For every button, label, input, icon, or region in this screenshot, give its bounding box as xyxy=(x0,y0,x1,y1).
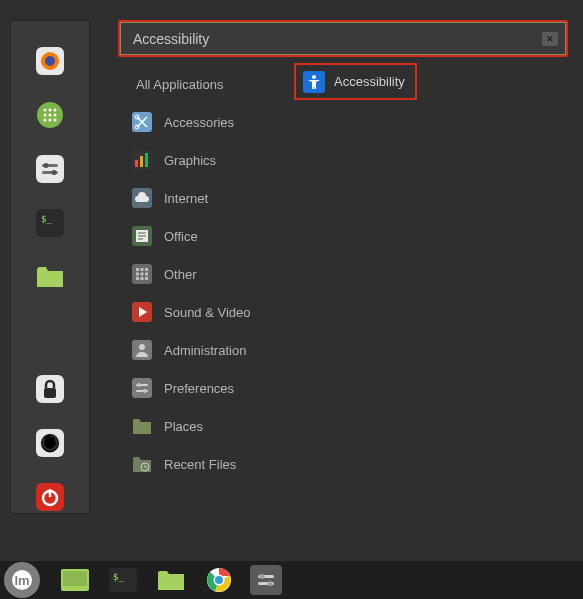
category-places[interactable]: Places xyxy=(118,407,568,445)
svg-point-7 xyxy=(44,114,47,117)
search-input[interactable] xyxy=(120,22,566,55)
svg-point-2 xyxy=(45,56,55,66)
admin-icon xyxy=(132,340,152,360)
accessibility-icon xyxy=(303,71,325,93)
svg-rect-42 xyxy=(141,268,144,271)
category-label: Administration xyxy=(164,343,246,358)
category-label: Accessories xyxy=(164,115,234,130)
category-recent[interactable]: Recent Files xyxy=(118,445,568,483)
scissors-icon xyxy=(132,112,152,132)
category-label: Internet xyxy=(164,191,208,206)
category-internet[interactable]: Internet xyxy=(118,179,568,217)
category-accessories[interactable]: Accessories xyxy=(118,103,568,141)
terminal-launcher[interactable]: $_ xyxy=(34,207,66,239)
svg-point-16 xyxy=(44,163,49,168)
svg-point-5 xyxy=(49,109,52,112)
svg-text:lm: lm xyxy=(14,573,29,588)
svg-point-68 xyxy=(215,576,223,584)
svg-rect-47 xyxy=(136,277,139,280)
category-label: Recent Files xyxy=(164,457,236,472)
svg-text:$_: $_ xyxy=(41,214,52,224)
svg-point-6 xyxy=(54,109,57,112)
category-preferences[interactable]: Preferences xyxy=(118,369,568,407)
clear-search-icon[interactable]: ✕ xyxy=(542,32,558,46)
svg-point-11 xyxy=(49,119,52,122)
svg-point-4 xyxy=(44,109,47,112)
category-sound-video[interactable]: Sound & Video xyxy=(118,293,568,331)
svg-rect-45 xyxy=(141,273,144,276)
power-button[interactable] xyxy=(34,481,66,513)
svg-point-71 xyxy=(260,574,265,579)
svg-rect-63 xyxy=(63,571,87,586)
svg-rect-48 xyxy=(141,277,144,280)
grid-icon xyxy=(132,264,152,284)
category-label: Sound & Video xyxy=(164,305,251,320)
svg-point-56 xyxy=(137,383,141,387)
svg-rect-21 xyxy=(44,388,56,398)
folder-icon xyxy=(132,416,152,436)
svg-point-52 xyxy=(139,344,145,350)
svg-text:$_: $_ xyxy=(113,572,124,582)
cloud-icon xyxy=(132,188,152,208)
settings-launcher[interactable] xyxy=(34,153,66,185)
preferences-icon xyxy=(132,378,152,398)
apps-launcher[interactable] xyxy=(34,99,66,131)
category-graphics[interactable]: Graphics xyxy=(118,141,568,179)
svg-point-17 xyxy=(52,170,57,175)
office-icon xyxy=(132,226,152,246)
category-list: All Applications Accessories Graphics In… xyxy=(118,65,568,483)
category-label: Graphics xyxy=(164,153,216,168)
category-label: Office xyxy=(164,229,198,244)
logout-button[interactable] xyxy=(34,427,66,459)
menu-button[interactable]: lm xyxy=(4,562,40,598)
svg-point-8 xyxy=(49,114,52,117)
svg-rect-32 xyxy=(140,156,143,167)
result-label: Accessibility xyxy=(334,74,405,89)
search-result-accessibility[interactable]: Accessibility xyxy=(294,63,417,100)
category-other[interactable]: Other xyxy=(118,255,568,293)
taskbar-settings[interactable] xyxy=(250,565,282,595)
svg-rect-31 xyxy=(135,160,138,167)
svg-rect-13 xyxy=(36,155,64,183)
files-launcher[interactable] xyxy=(34,261,66,293)
svg-point-12 xyxy=(54,119,57,122)
firefox-launcher[interactable] xyxy=(34,45,66,77)
recent-folder-icon xyxy=(132,454,152,474)
taskbar-chrome[interactable] xyxy=(202,565,236,595)
taskbar-terminal[interactable]: $_ xyxy=(106,565,140,595)
svg-rect-33 xyxy=(145,153,148,167)
category-label: Preferences xyxy=(164,381,234,396)
svg-rect-41 xyxy=(136,268,139,271)
svg-point-9 xyxy=(54,114,57,117)
search-field-highlight: ✕ xyxy=(118,20,568,57)
svg-rect-44 xyxy=(136,273,139,276)
category-label: Other xyxy=(164,267,197,282)
svg-rect-49 xyxy=(145,277,148,280)
taskbar-files[interactable] xyxy=(154,565,188,595)
category-office[interactable]: Office xyxy=(118,217,568,255)
svg-rect-43 xyxy=(145,268,148,271)
category-label: All Applications xyxy=(136,77,223,92)
svg-point-72 xyxy=(268,581,273,586)
taskbar-desktop[interactable] xyxy=(58,565,92,595)
svg-rect-46 xyxy=(145,273,148,276)
svg-point-59 xyxy=(312,75,316,79)
svg-point-57 xyxy=(143,389,147,393)
play-icon xyxy=(132,302,152,322)
graphics-icon xyxy=(132,150,152,170)
taskbar: lm $_ xyxy=(0,561,583,599)
svg-point-10 xyxy=(44,119,47,122)
category-administration[interactable]: Administration xyxy=(118,331,568,369)
favorites-panel: $_ xyxy=(10,20,90,514)
lock-button[interactable] xyxy=(34,373,66,405)
category-label: Places xyxy=(164,419,203,434)
svg-rect-53 xyxy=(132,378,152,398)
